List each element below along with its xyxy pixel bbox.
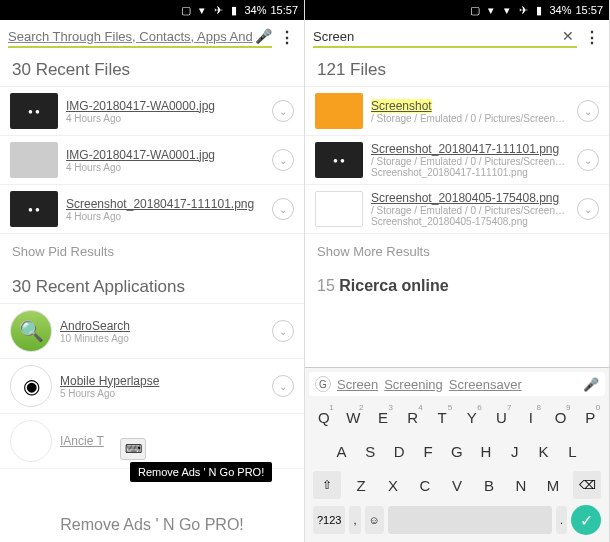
key-E[interactable]: E3 bbox=[371, 403, 395, 431]
keyboard-row-3: ⇧ ZXCVBNM ⌫ bbox=[309, 468, 605, 502]
key-N[interactable]: N bbox=[509, 471, 533, 499]
promo-banner[interactable]: Remove Ads ' N Go PRO! bbox=[0, 516, 304, 534]
key-G[interactable]: G bbox=[445, 437, 469, 465]
chevron-down-icon[interactable]: ⌄ bbox=[577, 100, 599, 122]
key-I[interactable]: I8 bbox=[519, 403, 543, 431]
mic-icon[interactable]: 🎤 bbox=[254, 28, 272, 44]
show-more-results[interactable]: Show More Results bbox=[305, 234, 609, 269]
file-row[interactable]: IMG-20180417-WA0001.jpg 4 Hours Ago ⌄ bbox=[0, 136, 304, 185]
app-row[interactable]: ◉ Mobile Hyperlapse 5 Hours Ago ⌄ bbox=[0, 359, 304, 414]
search-input[interactable] bbox=[8, 29, 254, 44]
online-search-header: 15 Ricerca online bbox=[305, 269, 609, 299]
keyboard[interactable]: G Screen Screening Screensaver 🎤 Q1W2E3R… bbox=[305, 367, 609, 542]
key-X[interactable]: X bbox=[381, 471, 405, 499]
key-A[interactable]: A bbox=[329, 437, 353, 465]
key-L[interactable]: L bbox=[560, 437, 584, 465]
file-meta: 4 Hours Ago bbox=[66, 211, 264, 222]
airplane-icon: ✈ bbox=[517, 4, 529, 16]
key-W[interactable]: W2 bbox=[341, 403, 365, 431]
key-K[interactable]: K bbox=[532, 437, 556, 465]
overflow-menu-icon[interactable]: ⋮ bbox=[278, 28, 296, 47]
backspace-key[interactable]: ⌫ bbox=[573, 471, 601, 499]
key-B[interactable]: B bbox=[477, 471, 501, 499]
key-Y[interactable]: Y6 bbox=[460, 403, 484, 431]
file-path2: Screenshot_20180417-111101.png bbox=[371, 167, 569, 178]
chevron-down-icon[interactable]: ⌄ bbox=[272, 320, 294, 342]
file-row[interactable]: Screenshot_20180405-175408.png / Storage… bbox=[305, 185, 609, 234]
mic-icon[interactable]: 🎤 bbox=[583, 377, 599, 392]
file-name: Screenshot_20180417-111101.png bbox=[66, 197, 264, 211]
app-name: Mobile Hyperlapse bbox=[60, 374, 264, 388]
app-meta: 10 Minutes Ago bbox=[60, 333, 264, 344]
recent-files-header: 30 Recent Files bbox=[0, 52, 304, 87]
suggestion-bar[interactable]: G Screen Screening Screensaver 🎤 bbox=[309, 372, 605, 396]
app-row[interactable]: 🔍 AndroSearch 10 Minutes Ago ⌄ bbox=[0, 304, 304, 359]
comma-key[interactable]: , bbox=[349, 506, 360, 534]
file-thumb: ● ● bbox=[10, 93, 58, 129]
file-thumb bbox=[10, 142, 58, 178]
file-row[interactable]: Screenshot / Storage / Emulated / 0 / Pi… bbox=[305, 87, 609, 136]
chevron-down-icon[interactable]: ⌄ bbox=[272, 375, 294, 397]
period-key[interactable]: . bbox=[556, 506, 567, 534]
app-meta: 5 Hours Ago bbox=[60, 388, 264, 399]
screenshot-icon: ▢ bbox=[469, 4, 481, 16]
key-O[interactable]: O9 bbox=[549, 403, 573, 431]
file-name: IMG-20180417-WA0000.jpg bbox=[66, 99, 264, 113]
overflow-menu-icon[interactable]: ⋮ bbox=[583, 28, 601, 47]
suggestion[interactable]: Screen bbox=[337, 377, 378, 392]
keyboard-icon[interactable]: ⌨ bbox=[120, 438, 146, 460]
vibrate-icon: ▾ bbox=[485, 4, 497, 16]
chevron-down-icon[interactable]: ⌄ bbox=[272, 100, 294, 122]
file-path: / Storage / Emulated / 0 / Pictures/Scre… bbox=[371, 156, 569, 167]
key-P[interactable]: P0 bbox=[578, 403, 602, 431]
file-name: Screenshot_20180417-111101.png bbox=[371, 142, 569, 156]
file-meta: 4 Hours Ago bbox=[66, 113, 264, 124]
chevron-down-icon[interactable]: ⌄ bbox=[272, 149, 294, 171]
keyboard-row-2: ASDFGHJKL bbox=[309, 434, 605, 468]
status-bar: ▢ ▾ ▾ ✈ ▮ 34% 15:57 bbox=[305, 0, 609, 20]
key-C[interactable]: C bbox=[413, 471, 437, 499]
keyboard-row-4: ?123 , ☺ . ✓ bbox=[309, 502, 605, 538]
file-thumb: ● ● bbox=[315, 142, 363, 178]
file-name: Screenshot_20180405-175408.png bbox=[371, 191, 569, 205]
recent-apps-header: 30 Recent Applications bbox=[0, 269, 304, 304]
tooltip: Remove Ads ' N Go PRO! bbox=[130, 462, 272, 482]
key-Q[interactable]: Q1 bbox=[312, 403, 336, 431]
search-box[interactable]: 🎤 bbox=[8, 26, 272, 48]
key-S[interactable]: S bbox=[358, 437, 382, 465]
chevron-down-icon[interactable]: ⌄ bbox=[577, 149, 599, 171]
app-icon: ◉ bbox=[10, 365, 52, 407]
space-key[interactable] bbox=[388, 506, 552, 534]
clear-icon[interactable]: ✕ bbox=[559, 28, 577, 44]
chevron-down-icon[interactable]: ⌄ bbox=[272, 198, 294, 220]
key-D[interactable]: D bbox=[387, 437, 411, 465]
search-input[interactable] bbox=[313, 29, 559, 44]
clock: 15:57 bbox=[575, 4, 603, 16]
file-name: Screenshot bbox=[371, 99, 569, 113]
key-F[interactable]: F bbox=[416, 437, 440, 465]
key-R[interactable]: R4 bbox=[401, 403, 425, 431]
enter-key[interactable]: ✓ bbox=[571, 505, 601, 535]
symbols-key[interactable]: ?123 bbox=[313, 506, 345, 534]
key-J[interactable]: J bbox=[503, 437, 527, 465]
suggestion[interactable]: Screening bbox=[384, 377, 443, 392]
search-box[interactable]: ✕ bbox=[313, 26, 577, 48]
key-M[interactable]: M bbox=[541, 471, 565, 499]
show-pid-results[interactable]: Show Pid Results bbox=[0, 234, 304, 269]
key-Z[interactable]: Z bbox=[349, 471, 373, 499]
emoji-key[interactable]: ☺ bbox=[365, 506, 384, 534]
suggestion[interactable]: Screensaver bbox=[449, 377, 522, 392]
key-H[interactable]: H bbox=[474, 437, 498, 465]
shift-key[interactable]: ⇧ bbox=[313, 471, 341, 499]
file-row[interactable]: ● ● Screenshot_20180417-111101.png / Sto… bbox=[305, 136, 609, 185]
key-T[interactable]: T5 bbox=[430, 403, 454, 431]
google-icon[interactable]: G bbox=[315, 376, 331, 392]
chevron-down-icon[interactable]: ⌄ bbox=[577, 198, 599, 220]
key-U[interactable]: U7 bbox=[489, 403, 513, 431]
file-path: / Storage / Emulated / 0 / Pictures/Scre… bbox=[371, 205, 569, 216]
app-row[interactable]: IAncie T bbox=[0, 414, 304, 469]
key-V[interactable]: V bbox=[445, 471, 469, 499]
battery-icon: ▮ bbox=[228, 4, 240, 16]
file-row[interactable]: ● ● IMG-20180417-WA0000.jpg 4 Hours Ago … bbox=[0, 87, 304, 136]
file-row[interactable]: ● ● Screenshot_20180417-111101.png 4 Hou… bbox=[0, 185, 304, 234]
